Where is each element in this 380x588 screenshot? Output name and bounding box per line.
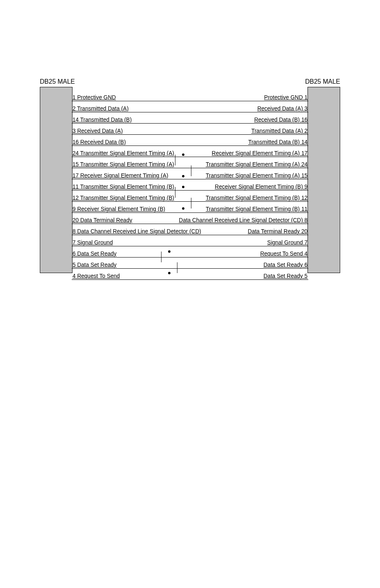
pinout-row: 9 Receiver Signal Element Timing (B)Tran…	[72, 202, 308, 213]
pinout-row: 12 Transmitter Signal Element Timing (B)…	[72, 191, 308, 202]
right-connector	[308, 87, 340, 273]
left-pin-label: 4 Request To Send	[72, 273, 120, 279]
pinout-row: 6 Data Set ReadyRequest To Send 4	[72, 246, 308, 258]
pinout-row: 20 Data Terminal ReadyData Channel Recei…	[72, 213, 308, 224]
right-pin-label: Transmitted Data (B) 14	[248, 139, 308, 145]
pinout-row: 5 Data Set ReadyData Set Ready 6	[72, 258, 308, 269]
pinout-row: 7 Signal GroundSignal Ground 7	[72, 235, 308, 246]
pinout-row: 15 Transmitter Signal Element Timing (A)…	[72, 157, 308, 168]
right-pin-label: Transmitted Data (A) 2	[251, 128, 308, 134]
left-pin-label: 16 Received Data (B)	[72, 139, 126, 145]
left-pin-label: 9 Receiver Signal Element Timing (B)	[72, 206, 165, 212]
pinout-row: 3 Received Data (A)Transmitted Data (A) …	[72, 124, 308, 135]
pinout-row: 4 Request To SendData Set Ready 5	[72, 269, 308, 280]
left-pin-label: 3 Received Data (A)	[72, 128, 123, 134]
right-pin-label: Request To Send 4	[260, 250, 308, 257]
left-pin-label: 5 Data Set Ready	[72, 262, 117, 268]
left-pin-label: 24 Transmitter Signal Element Timing (A)	[72, 150, 174, 156]
left-pin-label: 17 Receiver Signal Element Timing (A)	[72, 172, 168, 179]
right-pin-label: Data Terminal Ready 20	[248, 228, 308, 234]
right-pin-label: Transmitter Signal Element Timing (A) 24	[206, 161, 308, 167]
right-pin-label: Receiver Signal Element Timing (B) 9	[215, 183, 308, 190]
left-pin-label: 1 Protective GND	[72, 94, 116, 100]
right-pin-label: Data Set Ready 6	[263, 262, 308, 268]
header-right: DB25 MALE	[305, 78, 340, 85]
right-pin-label: Data Channel Received Line Signal Detect…	[179, 217, 308, 223]
right-pin-label: Received Data (A) 3	[257, 105, 308, 112]
right-pin-label: Receiver Signal Element Timing (A) 17	[212, 150, 308, 156]
right-pin-label: Transmitter Signal Element Timing (A) 15	[206, 172, 308, 179]
right-pin-label: Transmitter Signal Element Timing (B) 11	[206, 206, 308, 212]
pinout-row: 14 Transmitted Data (B)Received Data (B)…	[72, 112, 308, 124]
left-pin-label: 6 Data Set Ready	[72, 250, 117, 257]
pinout-row: 16 Received Data (B)Transmitted Data (B)…	[72, 135, 308, 146]
right-pin-label: Data Set Ready 5	[263, 273, 308, 279]
left-pin-label: 20 Data Terminal Ready	[72, 217, 132, 223]
pinout-row: 11 Transmitter Signal Element Timing (B)…	[72, 179, 308, 191]
right-pin-label: Signal Ground 7	[267, 239, 308, 246]
pinout-row: 2 Transmitted Data (A)Received Data (A) …	[72, 101, 308, 112]
left-pin-label: 8 Data Channel Received Line Signal Dete…	[72, 228, 201, 234]
left-pin-label: 11 Transmitter Signal Element Timing (B)	[72, 183, 174, 190]
left-pin-label: 14 Transmitted Data (B)	[72, 116, 132, 123]
pinout-row: 1 Protective GNDProtective GND 1	[72, 90, 308, 101]
left-pin-label: 7 Signal Ground	[72, 239, 113, 246]
left-pin-label: 2 Transmitted Data (A)	[72, 105, 129, 112]
pinout-row: 17 Receiver Signal Element Timing (A)Tra…	[72, 168, 308, 179]
left-pin-label: 12 Transmitter Signal Element Timing (B)	[72, 195, 174, 201]
left-connector	[40, 87, 72, 273]
right-pin-label: Transmitter Signal Element Timing (B) 12	[206, 195, 308, 201]
pinout-row: 8 Data Channel Received Line Signal Dete…	[72, 224, 308, 235]
pinout-row: 24 Transmitter Signal Element Timing (A)…	[72, 146, 308, 157]
right-pin-label: Protective GND 1	[264, 94, 308, 100]
right-pin-label: Received Data (B) 16	[254, 116, 308, 123]
header-left: DB25 MALE	[40, 78, 75, 85]
left-pin-label: 15 Transmitter Signal Element Timing (A)	[72, 161, 174, 167]
pinout-rows: 1 Protective GNDProtective GND 12 Transm…	[72, 90, 308, 280]
